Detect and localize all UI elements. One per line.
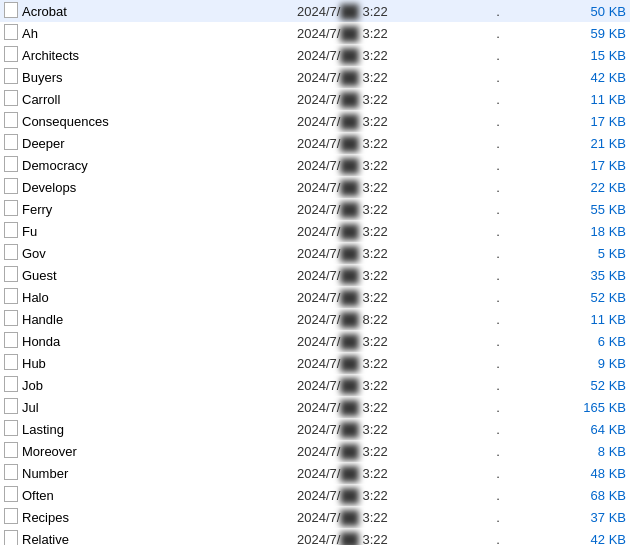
table-row[interactable]: Hub2024/7/██ 3:22.9 KB (0, 352, 630, 374)
table-row[interactable]: Guest2024/7/██ 3:22.35 KB (0, 264, 630, 286)
table-row[interactable]: Honda2024/7/██ 3:22.6 KB (0, 330, 630, 352)
file-size: 37 KB (513, 506, 630, 528)
file-name-cell: Hub (0, 352, 293, 374)
file-size: 42 KB (513, 66, 630, 88)
file-icon (4, 2, 18, 18)
file-date: 2024/7/██ 3:22 (293, 374, 483, 396)
file-name: Fu (22, 224, 37, 239)
file-icon (4, 156, 18, 172)
file-name-cell: Deeper (0, 132, 293, 154)
file-type-dot: . (483, 220, 512, 242)
file-size: 59 KB (513, 22, 630, 44)
table-row[interactable]: Carroll2024/7/██ 3:22.11 KB (0, 88, 630, 110)
file-date: 2024/7/██ 3:22 (293, 110, 483, 132)
file-date: 2024/7/██ 3:22 (293, 22, 483, 44)
file-date: 2024/7/██ 3:22 (293, 88, 483, 110)
file-size: 21 KB (513, 132, 630, 154)
table-row[interactable]: Ah2024/7/██ 3:22.59 KB (0, 22, 630, 44)
date-blurred: ██ (340, 532, 358, 546)
file-type-dot: . (483, 22, 512, 44)
date-blurred: ██ (340, 224, 358, 239)
file-type-dot: . (483, 352, 512, 374)
file-size: 42 KB (513, 528, 630, 545)
date-blurred: ██ (340, 444, 358, 459)
file-size: 55 KB (513, 198, 630, 220)
file-name: Halo (22, 290, 49, 305)
table-row[interactable]: Ferry2024/7/██ 3:22.55 KB (0, 198, 630, 220)
file-type-dot: . (483, 484, 512, 506)
table-row[interactable]: Halo2024/7/██ 3:22.52 KB (0, 286, 630, 308)
file-icon (4, 530, 18, 545)
file-icon (4, 244, 18, 260)
table-row[interactable]: Architects2024/7/██ 3:22.15 KB (0, 44, 630, 66)
file-name: Ah (22, 26, 38, 41)
table-row[interactable]: Develops2024/7/██ 3:22.22 KB (0, 176, 630, 198)
table-row[interactable]: Handle2024/7/██ 8:22.11 KB (0, 308, 630, 330)
file-date: 2024/7/██ 3:22 (293, 132, 483, 154)
file-size: 17 KB (513, 110, 630, 132)
file-name: Job (22, 378, 43, 393)
file-name-cell: Develops (0, 176, 293, 198)
file-type-dot: . (483, 330, 512, 352)
file-icon (4, 24, 18, 40)
file-name: Guest (22, 268, 57, 283)
file-name-cell: Buyers (0, 66, 293, 88)
file-name-cell: Often (0, 484, 293, 506)
date-blurred: ██ (340, 114, 358, 129)
file-size: 18 KB (513, 220, 630, 242)
file-type-dot: . (483, 66, 512, 88)
table-row[interactable]: Deeper2024/7/██ 3:22.21 KB (0, 132, 630, 154)
date-blurred: ██ (340, 158, 358, 173)
table-row[interactable]: Often2024/7/██ 3:22.68 KB (0, 484, 630, 506)
file-name: Gov (22, 246, 46, 261)
table-row[interactable]: Lasting2024/7/██ 3:22.64 KB (0, 418, 630, 440)
file-type-dot: . (483, 418, 512, 440)
file-name-cell: Ferry (0, 198, 293, 220)
file-type-dot: . (483, 396, 512, 418)
file-icon (4, 310, 18, 326)
file-name-cell: Architects (0, 44, 293, 66)
file-name-cell: Lasting (0, 418, 293, 440)
file-name-cell: Guest (0, 264, 293, 286)
file-date: 2024/7/██ 3:22 (293, 44, 483, 66)
file-icon (4, 134, 18, 150)
file-size: 52 KB (513, 286, 630, 308)
file-name-cell: Carroll (0, 88, 293, 110)
file-icon (4, 442, 18, 458)
file-size: 9 KB (513, 352, 630, 374)
table-row[interactable]: Fu2024/7/██ 3:22.18 KB (0, 220, 630, 242)
file-size: 52 KB (513, 374, 630, 396)
table-row[interactable]: Democracy2024/7/██ 3:22.17 KB (0, 154, 630, 176)
table-row[interactable]: Recipes2024/7/██ 3:22.37 KB (0, 506, 630, 528)
table-row[interactable]: Relative2024/7/██ 3:22.42 KB (0, 528, 630, 545)
date-blurred: ██ (340, 136, 358, 151)
file-name: Ferry (22, 202, 52, 217)
table-row[interactable]: Buyers2024/7/██ 3:22.42 KB (0, 66, 630, 88)
file-list: Acrobat2024/7/██ 3:22.50 KBAh2024/7/██ 3… (0, 0, 630, 545)
file-name-cell: Relative (0, 528, 293, 545)
table-row[interactable]: Gov2024/7/██ 3:22.5 KB (0, 242, 630, 264)
file-date: 2024/7/██ 3:22 (293, 484, 483, 506)
file-type-dot: . (483, 88, 512, 110)
date-blurred: ██ (340, 180, 358, 195)
table-row[interactable]: Jul2024/7/██ 3:22.165 KB (0, 396, 630, 418)
file-icon (4, 486, 18, 502)
file-size: 68 KB (513, 484, 630, 506)
table-row[interactable]: Consequences2024/7/██ 3:22.17 KB (0, 110, 630, 132)
file-name-cell: Jul (0, 396, 293, 418)
date-blurred: ██ (340, 334, 358, 349)
file-icon (4, 288, 18, 304)
file-name: Consequences (22, 114, 109, 129)
file-name-cell: Recipes (0, 506, 293, 528)
table-row[interactable]: Moreover2024/7/██ 3:22.8 KB (0, 440, 630, 462)
date-blurred: ██ (340, 202, 358, 217)
file-type-dot: . (483, 198, 512, 220)
table-row[interactable]: Number2024/7/██ 3:22.48 KB (0, 462, 630, 484)
file-date: 2024/7/██ 3:22 (293, 330, 483, 352)
file-name: Handle (22, 312, 63, 327)
file-size: 64 KB (513, 418, 630, 440)
table-row[interactable]: Acrobat2024/7/██ 3:22.50 KB (0, 0, 630, 22)
file-icon (4, 46, 18, 62)
date-blurred: ██ (340, 70, 358, 85)
table-row[interactable]: Job2024/7/██ 3:22.52 KB (0, 374, 630, 396)
